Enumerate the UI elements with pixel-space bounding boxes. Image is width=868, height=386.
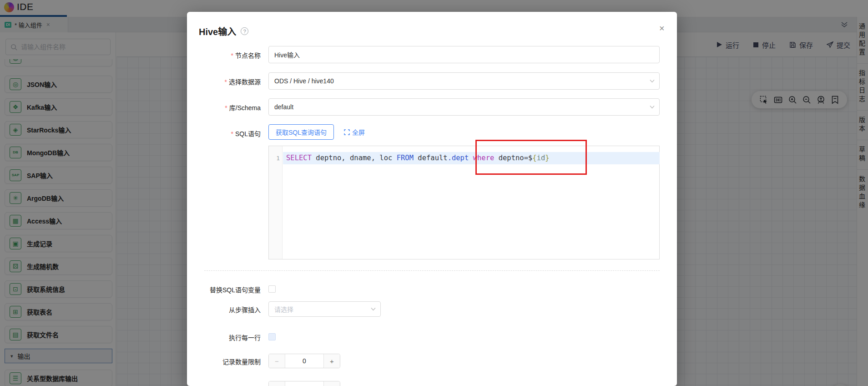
chevron-down-icon xyxy=(371,307,376,311)
decrement-button[interactable]: − xyxy=(269,381,285,386)
chevron-down-icon xyxy=(650,79,655,83)
line-number: 1 xyxy=(276,152,280,164)
preview-limit-label: 预览数量限制 xyxy=(187,381,261,386)
node-name-label: *节点名称 xyxy=(187,46,261,63)
record-limit-stepper: − 0 + xyxy=(268,354,340,368)
record-limit-label: 记录数量限制 xyxy=(187,354,261,368)
record-limit-value[interactable]: 0 xyxy=(285,354,323,368)
ide-app: IDE DI * 输入组件 × ◍ ◎ JSON输入 ❖ Kaf xyxy=(0,0,868,386)
datasource-label: *选择数据源 xyxy=(187,72,261,90)
increment-button[interactable]: + xyxy=(323,354,340,368)
fullscreen-link[interactable]: 全屏 xyxy=(344,124,365,140)
node-name-input[interactable] xyxy=(268,46,660,63)
preview-limit-stepper: − 0 + xyxy=(268,381,340,386)
replace-vars-label: 替换SQL语句变量 xyxy=(187,284,261,294)
hive-input-dialog: Hive输入 ? × *节点名称 *选择数据源 ODS / Hive / hiv… xyxy=(187,12,677,386)
decrement-button[interactable]: − xyxy=(269,354,285,368)
dialog-title: Hive输入 xyxy=(199,25,236,38)
insert-step-label: 从步骤插入 xyxy=(187,301,261,317)
execute-each-row-checkbox[interactable] xyxy=(268,333,276,340)
preview-limit-value[interactable]: 0 xyxy=(285,381,323,386)
increment-button[interactable]: + xyxy=(323,381,340,386)
sql-code-editor[interactable]: 1 SELECT deptno, dname, loc FROM default… xyxy=(268,146,660,259)
insert-step-select[interactable]: 请选择 xyxy=(268,301,381,317)
schema-select[interactable]: default xyxy=(268,98,660,116)
replace-vars-checkbox[interactable] xyxy=(268,285,276,293)
section-divider xyxy=(204,270,660,271)
fullscreen-icon xyxy=(344,129,350,135)
datasource-select[interactable]: ODS / Hive / hive140 xyxy=(268,72,660,90)
chevron-down-icon xyxy=(650,105,655,109)
sql-code-line: SELECT deptno, dname, loc FROM default.d… xyxy=(286,152,550,164)
help-icon[interactable]: ? xyxy=(241,27,248,35)
editor-gutter: 1 xyxy=(269,146,283,259)
dialog-close-icon[interactable]: × xyxy=(659,24,665,33)
schema-label: *库/Schema xyxy=(187,98,261,116)
execute-each-row-label: 执行每一行 xyxy=(187,331,261,342)
sql-label: *SQL语句 xyxy=(187,124,261,140)
fetch-sql-button[interactable]: 获取SQL查询语句 xyxy=(268,124,334,140)
